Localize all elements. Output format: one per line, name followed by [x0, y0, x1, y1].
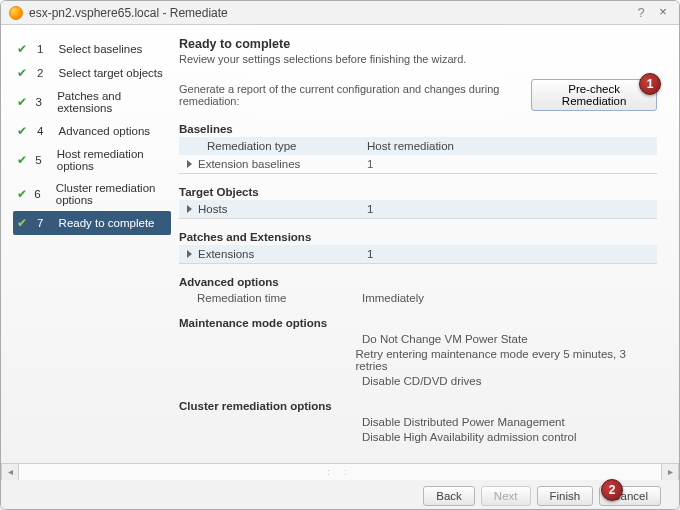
help-icon[interactable]: ?: [633, 5, 649, 21]
patches-extensions-section: Patches and Extensions Extensions1: [179, 231, 657, 264]
expand-icon[interactable]: [187, 205, 192, 213]
generate-report-row: Generate a report of the current configu…: [179, 79, 657, 111]
table-row: Remediation timeImmediately: [179, 290, 657, 305]
table-row[interactable]: Extension baselines1: [179, 155, 657, 174]
check-icon: ✔: [17, 187, 28, 201]
wizard-button-bar: Back Next Finish Cancel: [1, 479, 679, 510]
advanced-options-title: Advanced options: [179, 276, 657, 288]
wizard-body: ✔1 Select baselines ✔2 Select target obj…: [1, 25, 679, 463]
generate-report-label: Generate a report of the current configu…: [179, 83, 525, 107]
nav-step-2[interactable]: ✔2 Select target objects: [13, 61, 171, 85]
scroll-left-icon[interactable]: ◂: [1, 464, 19, 480]
expand-icon[interactable]: [187, 250, 192, 258]
maintenance-mode-title: Maintenance mode options: [179, 317, 657, 329]
cluster-remediation-title: Cluster remediation options: [179, 400, 657, 412]
table-row: Disable Distributed Power Management: [179, 414, 657, 429]
nav-step-3[interactable]: ✔3 Patches and extensions: [13, 85, 171, 119]
baselines-section: Baselines Remediation typeHost remediati…: [179, 123, 657, 174]
remediate-wizard-window: esx-pn2.vsphere65.local - Remediate ? × …: [0, 0, 680, 510]
scroll-track[interactable]: : :: [19, 464, 661, 480]
advanced-options-section: Advanced options Remediation timeImmedia…: [179, 276, 657, 305]
horizontal-scrollbar[interactable]: ◂ : : ▸: [1, 463, 679, 479]
nav-step-4[interactable]: ✔4 Advanced options: [13, 119, 171, 143]
cluster-remediation-section: Cluster remediation options Disable Dist…: [179, 400, 657, 444]
table-row: Disable High Availability admission cont…: [179, 429, 657, 444]
check-icon: ✔: [17, 216, 31, 230]
check-icon: ✔: [17, 42, 31, 56]
annotation-1: 1: [639, 73, 661, 95]
check-icon: ✔: [17, 153, 29, 167]
target-objects-title: Target Objects: [179, 186, 657, 198]
content-panel: Ready to complete Review your settings s…: [171, 25, 679, 463]
panel-heading: Ready to complete: [179, 37, 657, 51]
table-row: Retry entering maintenance mode every 5 …: [179, 346, 657, 373]
baselines-title: Baselines: [179, 123, 657, 135]
nav-step-1[interactable]: ✔1 Select baselines: [13, 37, 171, 61]
patches-extensions-title: Patches and Extensions: [179, 231, 657, 243]
table-row: Do Not Change VM Power State: [179, 331, 657, 346]
panel-subtitle: Review your settings selections before f…: [179, 53, 657, 65]
target-objects-section: Target Objects Hosts1: [179, 186, 657, 219]
expand-icon[interactable]: [187, 160, 192, 168]
next-button: Next: [481, 486, 531, 506]
close-icon[interactable]: ×: [655, 5, 671, 21]
table-row[interactable]: Extensions1: [179, 245, 657, 264]
check-icon: ✔: [17, 66, 31, 80]
nav-step-6[interactable]: ✔6 Cluster remediation options: [13, 177, 171, 211]
check-icon: ✔: [17, 124, 31, 138]
wizard-nav: ✔1 Select baselines ✔2 Select target obj…: [1, 25, 171, 463]
window-title: esx-pn2.vsphere65.local - Remediate: [29, 6, 633, 20]
table-row: Disable CD/DVD drives: [179, 373, 657, 388]
nav-step-7[interactable]: ✔7 Ready to complete: [13, 211, 171, 235]
scroll-right-icon[interactable]: ▸: [661, 464, 679, 480]
back-button[interactable]: Back: [423, 486, 475, 506]
finish-button[interactable]: Finish: [537, 486, 594, 506]
table-row: Remediation typeHost remediation: [179, 137, 657, 155]
app-orb-icon: [9, 6, 23, 20]
nav-step-5[interactable]: ✔5 Host remediation options: [13, 143, 171, 177]
maintenance-mode-section: Maintenance mode options Do Not Change V…: [179, 317, 657, 388]
table-row[interactable]: Hosts1: [179, 200, 657, 219]
titlebar: esx-pn2.vsphere65.local - Remediate ? ×: [1, 1, 679, 25]
check-icon: ✔: [17, 95, 30, 109]
annotation-2: 2: [601, 479, 623, 501]
